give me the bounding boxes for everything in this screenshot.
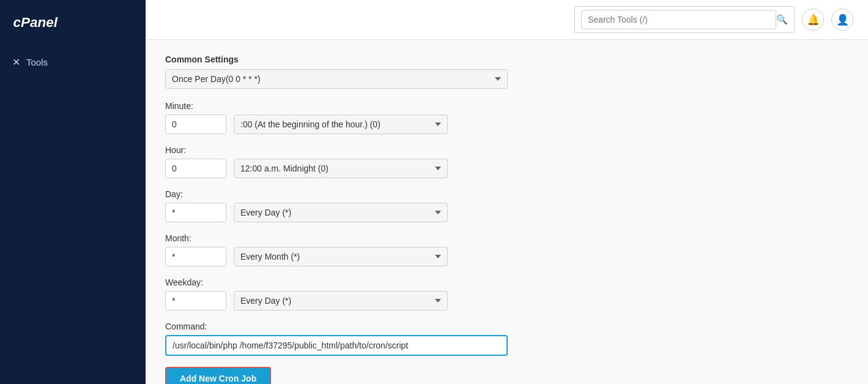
bell-icon: 🔔 — [807, 13, 820, 26]
sidebar-logo: cPanel — [0, 0, 146, 44]
month-field-group: Month: Every Month (*) January (1) Febru… — [165, 233, 848, 266]
sidebar: cPanel ✕ Tools — [0, 0, 146, 384]
command-field-group: Command: — [165, 322, 848, 356]
common-settings-label: Common Settings — [165, 55, 848, 64]
common-settings-section: Common Settings Once Per Day(0 0 * * *) … — [165, 55, 848, 89]
hour-label: Hour: — [165, 145, 848, 155]
main-area: 🔍 🔔 👤 Common Settings Once Per Day(0 0 *… — [146, 0, 868, 384]
notification-button[interactable]: 🔔 — [802, 9, 824, 31]
weekday-inputs: Every Day (*) Sunday (0) Monday (1) — [165, 291, 848, 311]
month-select[interactable]: Every Month (*) January (1) February (2) — [234, 247, 448, 266]
month-label: Month: — [165, 233, 848, 243]
minute-label: Minute: — [165, 101, 848, 111]
weekday-field-group: Weekday: Every Day (*) Sunday (0) Monday… — [165, 277, 848, 311]
user-menu-button[interactable]: 👤 — [831, 9, 853, 31]
svg-text:cPanel: cPanel — [13, 15, 58, 30]
user-icon: 👤 — [836, 13, 849, 26]
wrench-icon: ✕ — [12, 56, 20, 68]
day-field-group: Day: Every Day (*) 1st 2nd — [165, 189, 848, 222]
month-input[interactable] — [165, 247, 226, 266]
weekday-select[interactable]: Every Day (*) Sunday (0) Monday (1) — [234, 291, 448, 311]
sidebar-item-label: Tools — [26, 57, 48, 67]
minute-field-group: Minute: :00 (At the beginning of the hou… — [165, 101, 848, 134]
hour-select[interactable]: 12:00 a.m. Midnight (0) 1:00 a.m. (1) Ev… — [234, 159, 448, 178]
day-input[interactable] — [165, 203, 226, 222]
search-bar[interactable]: 🔍 — [574, 6, 795, 33]
add-cron-job-button[interactable]: Add New Cron Job — [165, 367, 271, 384]
command-label: Command: — [165, 322, 848, 331]
header: 🔍 🔔 👤 — [146, 0, 868, 40]
command-input[interactable] — [165, 335, 508, 356]
hour-field-group: Hour: 12:00 a.m. Midnight (0) 1:00 a.m. … — [165, 145, 848, 178]
common-settings-select[interactable]: Once Per Day(0 0 * * *) Once Per Week(0 … — [165, 69, 508, 89]
day-inputs: Every Day (*) 1st 2nd — [165, 203, 848, 222]
weekday-input[interactable] — [165, 291, 226, 311]
day-select[interactable]: Every Day (*) 1st 2nd — [234, 203, 448, 222]
hour-inputs: 12:00 a.m. Midnight (0) 1:00 a.m. (1) Ev… — [165, 159, 848, 178]
minute-input[interactable] — [165, 115, 226, 134]
month-inputs: Every Month (*) January (1) February (2) — [165, 247, 848, 266]
cpanel-logo: cPanel — [12, 11, 67, 33]
minute-inputs: :00 (At the beginning of the hour.) (0) … — [165, 115, 848, 134]
minute-select[interactable]: :00 (At the beginning of the hour.) (0) … — [234, 115, 448, 134]
sidebar-item-tools[interactable]: ✕ Tools — [0, 50, 146, 74]
search-input[interactable] — [581, 10, 776, 29]
sidebar-nav: ✕ Tools — [0, 44, 146, 80]
hour-input[interactable] — [165, 159, 226, 178]
search-icon: 🔍 — [776, 14, 788, 25]
content-area: Common Settings Once Per Day(0 0 * * *) … — [146, 40, 868, 384]
day-label: Day: — [165, 189, 848, 199]
weekday-label: Weekday: — [165, 277, 848, 287]
